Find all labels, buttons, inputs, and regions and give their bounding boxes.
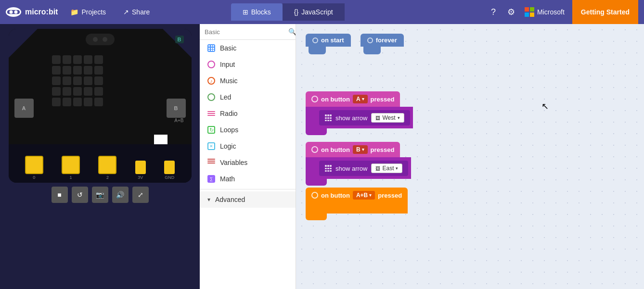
- block-ab-body: [306, 203, 408, 214]
- grid-icon-b: [325, 165, 332, 172]
- led-grid: [52, 55, 103, 106]
- search-icon[interactable]: 🔍: [288, 28, 296, 36]
- block-forever[interactable]: forever: [361, 34, 404, 54]
- logo-text: micro:bit: [25, 8, 58, 16]
- block-group-b: on button B ▾ pressed show arrow 🖼: [306, 142, 411, 186]
- button-a[interactable]: A: [14, 99, 34, 118]
- input-icon: [311, 96, 318, 102]
- toolbox-item-advanced[interactable]: ▾ Advanced: [200, 191, 296, 208]
- input-icon-ab: [311, 192, 318, 199]
- fullscreen-button[interactable]: ⤢: [132, 187, 149, 203]
- getting-started-button[interactable]: Getting Started: [572, 0, 638, 24]
- block-group-a: on button A ▾ pressed show arrow 🖼: [306, 91, 413, 135]
- search-bar: 🔍: [200, 24, 296, 40]
- event-button-ab[interactable]: on button A+B ▾ pressed: [306, 188, 408, 203]
- stop-button[interactable]: ■: [52, 187, 68, 203]
- restart-button[interactable]: ↺: [72, 187, 88, 203]
- ms-squares-icon: [525, 7, 534, 17]
- dropdown-ab-icon: ▾: [369, 193, 372, 198]
- projects-button[interactable]: 📁 Projects: [65, 5, 111, 19]
- direction-east-dropdown-icon: ▾: [396, 166, 398, 171]
- block-on-start[interactable]: on start: [306, 34, 351, 54]
- microbit-device: B A B A+B 0: [9, 29, 192, 183]
- share-button[interactable]: ↗ Share: [118, 5, 155, 19]
- dropdown-b-icon: ▾: [362, 147, 364, 152]
- blocks-icon: ⊞: [243, 8, 248, 16]
- toolbox-item-variables[interactable]: Variables: [200, 154, 296, 171]
- javascript-tab[interactable]: {} JavaScript: [283, 3, 345, 21]
- toolbox-item-input[interactable]: Input: [200, 56, 296, 73]
- block-inner-a: show arrow 🖼 West ▾: [306, 107, 413, 128]
- toolbox-item-loops[interactable]: ↻ Loops: [200, 122, 296, 138]
- toolbox-item-basic[interactable]: Basic: [200, 40, 296, 56]
- topnav: micro:bit 📁 Projects ↗ Share ⊞ Blocks {}…: [0, 0, 644, 24]
- pin-gnd: GND: [164, 161, 175, 180]
- blocks-tab[interactable]: ⊞ Blocks: [231, 3, 283, 21]
- toolbox-item-led[interactable]: Led: [200, 89, 296, 105]
- search-input[interactable]: [205, 28, 285, 36]
- workspace[interactable]: on start forever on button A ▾: [296, 24, 644, 289]
- action-show-arrow-east[interactable]: show arrow 🖼 East ▾: [319, 161, 408, 176]
- sound-button[interactable]: 🔊: [112, 187, 129, 203]
- toolbox-item-radio[interactable]: Radio: [200, 105, 296, 122]
- event-button-b[interactable]: on button B ▾ pressed: [306, 142, 400, 157]
- settings-button[interactable]: ⚙: [505, 5, 517, 19]
- nav-right: ? ⚙ Microsoft Getting Started: [489, 0, 638, 24]
- svg-point-2: [14, 11, 18, 14]
- svg-point-1: [10, 11, 13, 14]
- action-show-arrow-west[interactable]: show arrow 🖼 West ▾: [319, 110, 410, 126]
- help-button[interactable]: ?: [489, 5, 498, 19]
- toolbox-item-logic[interactable]: ✕ Logic: [200, 138, 296, 154]
- button-b-badge[interactable]: B ▾: [353, 145, 368, 154]
- grid-icon: [325, 114, 332, 121]
- button-ab-badge[interactable]: A+B ▾: [353, 191, 375, 200]
- screenshot-button[interactable]: 📷: [92, 187, 108, 203]
- block-end-ab: [306, 214, 327, 220]
- block-inner-b: show arrow 🖼 East ▾: [306, 157, 411, 179]
- svg-rect-0: [7, 10, 20, 14]
- event-button-a[interactable]: on button A ▾ pressed: [306, 91, 400, 107]
- pin-3v: 3V: [135, 161, 146, 180]
- mode-tabs: ⊞ Blocks {} JavaScript: [231, 3, 345, 21]
- direction-dropdown-icon: ▾: [398, 115, 400, 120]
- logo: micro:bit: [6, 7, 58, 17]
- toolbox-divider: [200, 189, 296, 189]
- projects-icon: 📁: [70, 8, 78, 16]
- direction-east-badge[interactable]: 🖼 East ▾: [371, 163, 402, 173]
- chevron-down-icon: ▾: [207, 196, 210, 203]
- pin-2: 2: [98, 156, 116, 180]
- block-end-b: [306, 179, 327, 186]
- block-end-a: [306, 128, 327, 135]
- pin-1: 1: [62, 156, 80, 180]
- arrow-east-icon: 🖼: [375, 166, 380, 171]
- microsoft-logo: Microsoft: [525, 7, 565, 17]
- trigger-row: on start forever: [306, 34, 404, 54]
- simulator-controls: ■ ↺ 📷 🔊 ⤢: [52, 187, 149, 203]
- simulator-panel: B A B A+B 0: [0, 24, 200, 289]
- logo-icon: [6, 7, 21, 17]
- arrow-icon: 🖼: [375, 115, 380, 121]
- dropdown-arrow-icon: ▾: [362, 97, 364, 101]
- button-b[interactable]: B: [167, 99, 186, 118]
- toolbox-item-music[interactable]: ♪ Music: [200, 73, 296, 89]
- share-icon: ↗: [123, 8, 129, 16]
- pin-0: 0: [25, 156, 43, 180]
- toolbox-item-math[interactable]: ∑ Math: [200, 171, 296, 187]
- direction-west-badge[interactable]: 🖼 West ▾: [371, 113, 404, 123]
- button-a-badge[interactable]: A ▾: [353, 95, 368, 103]
- javascript-icon: {}: [294, 8, 298, 16]
- toolbox: 🔍 Basic Input ♪ Music Led: [200, 24, 296, 289]
- input-icon-b: [311, 146, 318, 153]
- block-group-ab: on button A+B ▾ pressed: [306, 188, 408, 220]
- main-area: B A B A+B 0: [0, 24, 644, 289]
- toolbox-items: Basic Input ♪ Music Led Radio: [200, 40, 296, 289]
